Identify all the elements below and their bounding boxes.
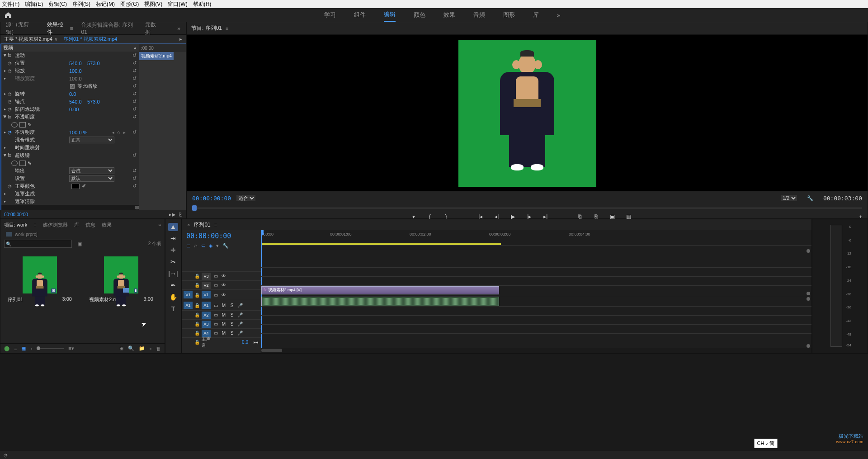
razor-tool[interactable]: ✂ — [168, 258, 178, 266]
lock-icon[interactable]: 🔒 — [194, 293, 200, 298]
tab-info[interactable]: 信息 — [85, 222, 95, 228]
lock-icon[interactable]: 🔒 — [194, 283, 200, 288]
timeline-hscroll[interactable] — [261, 348, 811, 353]
new-item-icon[interactable]: ▫ — [150, 346, 151, 351]
ec-flicker-val[interactable]: 0.00 — [69, 107, 79, 112]
track-target[interactable]: V3 — [202, 273, 211, 280]
keyframe-nav[interactable]: ◂ ◇ ▸ — [112, 130, 127, 135]
lock-icon[interactable]: 🔒 — [194, 274, 200, 279]
tab-effect-controls[interactable]: 效果控件 — [47, 21, 68, 36]
bin-item-clip[interactable]: ▮ 视频素材2.mp43:00 — [87, 256, 155, 303]
lock-icon[interactable]: 🔒 — [194, 331, 200, 336]
timeline-ruler[interactable]: :00:00 00:00:01:00 00:00:02:00 00:00:03:… — [261, 230, 811, 246]
ec-mini-timeline[interactable]: :00:00 视频素材2.mp4 — [139, 44, 186, 210]
tl-close[interactable]: × — [187, 222, 190, 227]
track-a4[interactable] — [261, 324, 811, 333]
timeline-tab-menu[interactable]: ≡ — [214, 222, 217, 227]
tab-project-menu[interactable]: ≡ — [33, 222, 36, 227]
stopwatch-icon[interactable]: ◔ — [8, 130, 14, 135]
list-view-icon[interactable]: ≡ — [14, 346, 17, 351]
ec-opacity-val[interactable]: 100.0 % — [69, 130, 87, 135]
track-v1[interactable]: fx 视频素材2.mp4 [V] — [261, 285, 811, 296]
eye-icon[interactable]: 👁 — [221, 283, 227, 288]
timeline-clip-video[interactable]: fx 视频素材2.mp4 [V] — [261, 286, 499, 294]
panel-overflow[interactable]: » — [158, 222, 161, 227]
type-tool[interactable]: T — [168, 305, 178, 313]
tl-markers-icon[interactable]: ◈ — [209, 243, 212, 249]
reset-icon[interactable]: ↺ — [132, 152, 137, 158]
track-target[interactable]: A1 — [202, 302, 211, 309]
twisty-icon[interactable]: ⯆ — [2, 53, 8, 57]
tab-media-browser[interactable]: 媒体浏览器 — [43, 222, 68, 228]
ec-motion[interactable]: 运动 — [15, 52, 25, 59]
ec-blend-select[interactable]: 正常 — [69, 137, 114, 143]
selection-tool[interactable]: ▲ — [168, 223, 178, 231]
ripple-edit-tool[interactable]: ✛ — [168, 246, 178, 255]
workspace-effects[interactable]: 效果 — [443, 8, 455, 22]
fx-badge-icon[interactable]: fx — [8, 53, 14, 58]
ec-uniform-checkbox[interactable] — [70, 84, 75, 89]
workspace-libraries[interactable]: 库 — [533, 8, 539, 22]
tab-metadata[interactable]: 元数据 — [145, 21, 161, 36]
menu-window[interactable]: 窗口(W) — [168, 0, 187, 8]
ec-position-y[interactable]: 573.0 — [87, 61, 100, 66]
project-search-input[interactable] — [4, 240, 72, 248]
track-output-icon[interactable]: ▭ — [212, 312, 219, 317]
ec-footer-time[interactable]: 00:00:00:00 — [4, 212, 28, 217]
fx-badge-icon[interactable]: fx — [8, 114, 14, 119]
track-a3[interactable] — [261, 315, 811, 324]
tl-snap-icon[interactable]: ∩ — [194, 243, 198, 249]
track-output-icon[interactable]: ▭ — [212, 283, 219, 288]
ec-timeremap[interactable]: 时间重映射 — [15, 144, 40, 151]
voice-icon[interactable]: 🎤 — [237, 331, 243, 336]
reset-icon[interactable]: ↺ — [132, 168, 137, 174]
stopwatch-icon[interactable]: ◔ — [8, 99, 14, 104]
menu-clip[interactable]: 剪辑(C) — [48, 0, 67, 8]
trash-icon[interactable]: 🗑 — [156, 346, 161, 351]
ec-matte-clean[interactable]: 遮罩清除 — [15, 198, 35, 205]
program-res-select[interactable]: 1/2 — [781, 195, 797, 201]
reset-icon[interactable]: ↺ — [132, 129, 137, 135]
thumbnail-size-slider[interactable] — [37, 348, 64, 349]
solo-icon[interactable]: S — [229, 303, 235, 308]
mask-pen-icon[interactable]: ✎ — [28, 122, 34, 128]
mute-icon[interactable]: M — [221, 322, 227, 327]
menu-markers[interactable]: 标记(M) — [96, 0, 115, 8]
voice-icon[interactable]: 🎤 — [237, 322, 243, 327]
menu-edit[interactable]: 编辑(E) — [25, 0, 43, 8]
ec-scale-val[interactable]: 100.0 — [69, 68, 82, 74]
tab-effects-panel[interactable]: 效果 — [102, 222, 112, 228]
mix-track-val[interactable]: 0.0 — [242, 340, 248, 345]
track-output-icon[interactable]: ▭ — [212, 274, 219, 279]
tab-audio-clip-mixer[interactable]: 音频剪辑混合器: 序列01 — [81, 21, 137, 35]
settings-icon[interactable]: 🔧 — [807, 195, 813, 201]
menu-graphics[interactable]: 图形(G) — [120, 0, 139, 8]
reset-icon[interactable]: ↺ — [132, 68, 137, 74]
program-tab-menu[interactable]: ≡ — [226, 26, 228, 31]
program-viewport[interactable] — [187, 35, 868, 191]
ec-opacity-section[interactable]: 不透明度 — [15, 114, 35, 120]
sort-icon[interactable]: ≡▾ — [68, 345, 74, 351]
track-a1[interactable] — [261, 296, 811, 306]
eye-icon[interactable]: 👁 — [221, 293, 227, 298]
workspace-overflow[interactable]: » — [557, 8, 560, 22]
stopwatch-icon[interactable]: ◔ — [8, 68, 14, 73]
track-output-icon[interactable]: ▭ — [212, 322, 219, 327]
lock-icon[interactable]: 🔒 — [194, 312, 200, 317]
stopwatch-icon[interactable]: ◔ — [8, 91, 14, 96]
mask-rect-icon[interactable] — [19, 161, 26, 166]
ec-output-select[interactable]: 合成 — [69, 167, 114, 174]
eyedropper-icon[interactable]: ✐ — [82, 183, 86, 189]
track-target[interactable]: V2 — [202, 282, 211, 289]
track-target[interactable]: A2 — [202, 312, 211, 319]
ec-rotation-val[interactable]: 0.0 — [69, 91, 76, 97]
ec-anchor-y[interactable]: 573.0 — [87, 99, 100, 104]
ec-anchor-x[interactable]: 540.0 — [69, 99, 82, 104]
reset-icon[interactable]: ↺ — [132, 91, 137, 97]
reset-icon[interactable]: ↺ — [132, 83, 137, 89]
write-toggle-icon[interactable]: ⬤ — [4, 345, 9, 351]
fx-badge-icon[interactable]: fx — [8, 153, 14, 158]
mask-rect-icon[interactable] — [19, 122, 26, 128]
ec-keycolor-chip[interactable] — [71, 184, 80, 189]
automate-icon[interactable]: ⊞ — [119, 345, 123, 351]
